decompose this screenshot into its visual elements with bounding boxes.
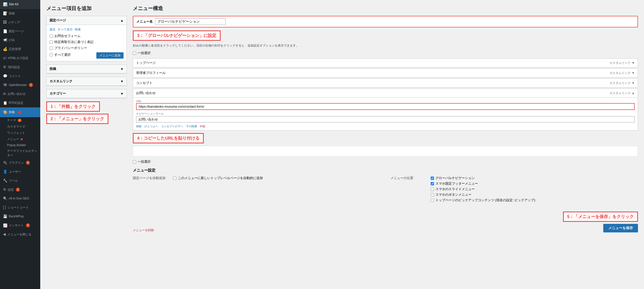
position-global: グローバルナビゲーション — [431, 176, 638, 180]
plugins-badge: 6 — [26, 161, 30, 165]
position-slide-checkbox[interactable] — [431, 188, 434, 191]
save-menu-button[interactable]: メニューを保存 — [603, 224, 638, 232]
sidebar-item-pages[interactable]: 📄 固定ページ — [0, 27, 40, 36]
fixed-pages-header[interactable]: 固定ページ ▲ — [47, 16, 127, 25]
posts-icon: 📝 — [3, 11, 7, 16]
position-slide: スマホのスライドメニュー — [431, 187, 638, 191]
sidebar-item-site-kit[interactable]: 📊 Site Kit — [0, 0, 40, 9]
under-link[interactable]: 下の階層 — [186, 125, 197, 128]
sidebar-item-close-menu[interactable]: ◀ メニューを閉じる — [0, 230, 40, 239]
sidebar-item-users[interactable]: 👤 ユーザー — [0, 167, 40, 176]
sidebar-item-backwpup[interactable]: 💾 BackWPup — [0, 212, 40, 221]
add-menu-panel: メニュー項目を追加 固定ページ ▲ 最近 すべて表示 検索 お問合せフォーム — [46, 5, 127, 232]
bulk-select-checkbox-bottom[interactable] — [133, 160, 136, 163]
auto-add-checkbox[interactable] — [173, 177, 176, 180]
position-global-checkbox[interactable] — [431, 177, 434, 180]
bulk-select-top: 一括選択 — [133, 51, 638, 55]
settings-col-right: メニューの位置 グローバルナビゲーション スマホ固定フッターメニュー — [390, 176, 638, 205]
sidebar-sub-widgets[interactable]: ウィジェット — [0, 130, 40, 136]
chevron-down-icon: ▼ — [120, 67, 124, 71]
cta-icon: 📢 — [3, 38, 7, 43]
remove-link[interactable]: 外観 — [200, 125, 205, 128]
auto-add-checkbox-row: このメニューに新しいトップレベルページを自動的に追加 — [173, 176, 380, 180]
backwpup-icon: 💾 — [3, 214, 7, 219]
sidebar-item-seo[interactable]: ⚙ SEO設定 — [0, 63, 40, 72]
sidebar-item-posts[interactable]: 📝 投稿 — [0, 9, 40, 18]
step1-annotation: 1：「外観」をクリック — [46, 101, 100, 112]
sidebar-sub-popup[interactable]: Popup Builder — [0, 142, 40, 148]
down-link[interactable]: コンセプトの下へ — [161, 125, 183, 128]
comments-icon: 💬 — [3, 74, 7, 79]
bulk-select-bottom: 一括選択 — [133, 159, 638, 164]
chevron-down-icon-3: ▼ — [120, 92, 124, 96]
sidebar-item-media[interactable]: 🖼 メディア — [0, 18, 40, 27]
step5-annotation: 5：「メニューを保存」をクリック — [563, 212, 638, 222]
position-footer-checkbox[interactable] — [431, 182, 434, 185]
settings-grid: 固定ページを自動追加 このメニューに新しいトップレベルページを自動的に追加 — [133, 176, 638, 205]
tab-all[interactable]: すべて表示 — [58, 27, 73, 32]
optin-badge: 2 — [29, 83, 33, 87]
tab-search[interactable]: 検索 — [75, 27, 81, 32]
sidebar-item-optin[interactable]: 👾 OptinMonster 2 — [0, 80, 40, 90]
chevron-down-icon-admin: ▼ — [632, 71, 635, 75]
bulk-select-checkbox-top[interactable] — [133, 52, 136, 55]
page-checkbox-commercial[interactable] — [50, 40, 53, 44]
nav-label-field-row: ナビゲーションラベル — [136, 112, 635, 122]
tab-recent[interactable]: 最近 — [50, 27, 56, 32]
sidebar-item-cta[interactable]: 📢 CTA — [0, 36, 40, 45]
sidebar-item-inquiries[interactable]: ✉ お問い合わせ — [0, 90, 40, 99]
auto-add-row: 固定ページを自動追加 このメニューに新しいトップレベルページを自動的に追加 — [133, 176, 380, 181]
sidebar-sub-menus[interactable]: メニュー ◀ — [0, 136, 40, 142]
ad-icon: 💰 — [3, 47, 7, 52]
pages-icon: 📄 — [3, 29, 7, 34]
page-item-privacy: プライバシーポリシー — [50, 46, 124, 50]
nav-label-input[interactable] — [136, 116, 635, 122]
sidebar-sub-theme-editor[interactable]: テーマファイルエディター — [0, 148, 40, 158]
sidebar-item-all-in-one-seo[interactable]: 🔍 All in One SEO — [0, 194, 40, 203]
position-pickup-checkbox[interactable] — [431, 199, 434, 202]
sidebar-item-plugins[interactable]: 🔌 プラグイン 6 — [0, 158, 40, 168]
step2-annotation-area: 2：「メニュー」をクリック — [46, 114, 127, 124]
menu-item-contact-expanded: お問い合わせ カスタムリンク ▲ URL ナビゲーションラベル — [133, 89, 638, 131]
select-all-checkbox[interactable] — [50, 53, 53, 56]
delete-menu-link[interactable]: メニューを削除 — [133, 228, 154, 232]
settings-badge: 2 — [16, 188, 20, 192]
sidebar-item-html-tag[interactable]: 🏷 HTMLタグ設定 — [0, 54, 40, 63]
move-link[interactable]: 移動 — [136, 125, 142, 128]
up-link[interactable]: ひとつ上へ — [144, 125, 158, 128]
page-checkbox-privacy[interactable] — [50, 47, 53, 50]
sidebar-item-settings[interactable]: ⚙ 設定 2 — [0, 185, 40, 194]
custom-links-header[interactable]: カスタムリンク ▼ — [47, 77, 127, 86]
appearance-arrow: ◀ — [17, 109, 20, 115]
contact-header: お問い合わせ カスタムリンク ▲ — [133, 89, 638, 98]
sidebar-item-appearance[interactable]: 🎨 外観 ◀ — [0, 107, 40, 117]
sidebar-item-ad-mgmt[interactable]: 💰 広告管理 — [0, 45, 40, 54]
fixed-pages-box: 固定ページ ▲ 最近 すべて表示 検索 お問合せフォーム 特定 — [46, 16, 127, 61]
select-all-row: すべて選択 メニューに追加 — [50, 52, 124, 59]
aioseo-icon: 🔍 — [3, 196, 7, 201]
position-button: スマホのボタンメニュー — [431, 192, 638, 197]
sidebar-sub-themes[interactable]: テーマ 4 — [0, 117, 40, 123]
posts-box: 投稿 ▼ — [46, 64, 127, 74]
sidebar-item-tools[interactable]: 🔧 ツール — [0, 176, 40, 185]
posts-header[interactable]: 投稿 ▼ — [47, 65, 127, 73]
themes-badge: 4 — [18, 119, 22, 122]
inquiries-icon: ✉ — [3, 92, 6, 97]
step2-annotation: 2：「メニュー」をクリック — [46, 114, 108, 124]
sidebar-item-insight[interactable]: 📈 インサイト 5 — [0, 221, 40, 230]
menu-item-concept: コンセプト カスタムリンク ▼ — [133, 78, 638, 88]
menu-name-input[interactable] — [155, 18, 226, 25]
chevron-down-icon-2: ▼ — [120, 79, 124, 83]
menu-name-label: メニュー名 — [136, 19, 153, 24]
sidebar-item-rtoc[interactable]: 📋 RTOC設定 — [0, 99, 40, 108]
position-button-checkbox[interactable] — [431, 193, 434, 196]
add-to-menu-button[interactable]: メニューに追加 — [96, 52, 124, 59]
url-field-row: URL — [136, 100, 635, 110]
page-checkbox-contact[interactable] — [50, 34, 53, 38]
sidebar-sub-customize[interactable]: カスタマイズ — [0, 123, 40, 130]
sidebar-item-comments[interactable]: 💬 コメント — [0, 72, 40, 81]
categories-header[interactable]: カテゴリー ▼ — [47, 89, 127, 98]
sidebar-item-shortcode[interactable]: [ ] ショートコード — [0, 203, 40, 212]
media-icon: 🖼 — [3, 20, 7, 25]
url-input[interactable] — [136, 103, 635, 110]
